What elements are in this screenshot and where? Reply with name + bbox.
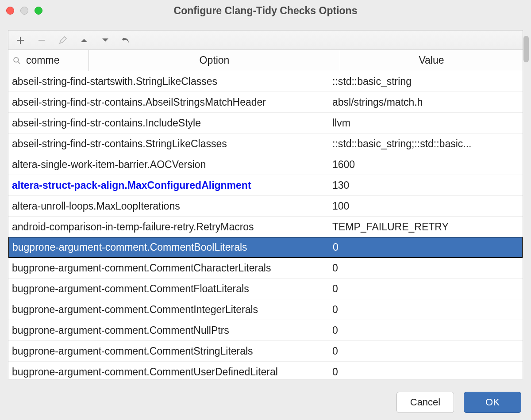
table-row[interactable]: abseil-string-find-str-contains.IncludeS… (8, 113, 523, 134)
window-controls (6, 7, 42, 15)
undo-icon (121, 36, 132, 45)
revert-button[interactable] (121, 34, 132, 46)
table-header: Option Value (8, 50, 523, 71)
add-button[interactable] (15, 34, 26, 46)
chevron-down-icon (101, 36, 110, 45)
column-header-option[interactable]: Option (89, 50, 340, 71)
cancel-button[interactable]: Cancel (396, 392, 454, 413)
table-row[interactable]: bugprone-argument-comment.CommentInteger… (8, 299, 523, 320)
option-cell: bugprone-argument-comment.CommentFloatLi… (12, 283, 329, 295)
zoom-window-button[interactable] (35, 7, 42, 15)
table-row[interactable]: abseil-string-find-str-contains.StringLi… (8, 134, 523, 154)
value-cell: TEMP_FAILURE_RETRY (329, 221, 523, 233)
pencil-icon (58, 36, 67, 45)
titlebar: Configure Clang-Tidy Checks Options (0, 0, 531, 21)
svg-point-0 (14, 57, 19, 62)
value-cell: absl/strings/match.h (329, 96, 523, 108)
search-input[interactable] (25, 54, 84, 67)
value-cell: ::std::basic_string (329, 76, 523, 88)
dialog-footer: Cancel OK (396, 392, 521, 413)
value-cell: 1600 (329, 159, 523, 171)
table-row[interactable]: bugprone-argument-comment.CommentBoolLit… (8, 237, 523, 258)
window-title: Configure Clang-Tidy Checks Options (0, 5, 531, 17)
table-row[interactable]: abseil-string-find-str-contains.AbseilSt… (8, 92, 523, 113)
option-cell: abseil-string-find-str-contains.StringLi… (12, 138, 329, 150)
chevron-up-icon (80, 36, 88, 45)
plus-icon (16, 36, 25, 45)
value-cell: 0 (329, 345, 523, 357)
value-cell: 0 (329, 366, 523, 378)
move-up-button[interactable] (78, 34, 90, 46)
minimize-window-button[interactable] (20, 7, 28, 15)
option-cell: abseil-string-find-str-contains.IncludeS… (12, 117, 329, 129)
option-cell: bugprone-argument-comment.CommentBoolLit… (12, 241, 329, 253)
value-cell: 0 (329, 241, 522, 253)
value-cell: 0 (329, 325, 523, 336)
option-cell: bugprone-argument-comment.CommentNullPtr… (12, 325, 329, 336)
options-panel: Option Value abseil-string-find-startswi… (8, 30, 523, 379)
search-cell[interactable] (8, 50, 89, 71)
close-window-button[interactable] (6, 7, 14, 15)
option-cell: altera-single-work-item-barrier.AOCVersi… (12, 159, 329, 171)
table-row[interactable]: bugprone-argument-comment.CommentNullPtr… (8, 320, 523, 341)
value-cell: 0 (329, 262, 523, 274)
option-cell: abseil-string-find-startswith.StringLike… (12, 76, 329, 88)
option-cell: altera-struct-pack-align.MaxConfiguredAl… (12, 179, 329, 191)
option-cell: abseil-string-find-str-contains.AbseilSt… (12, 96, 329, 108)
value-cell: llvm (329, 117, 523, 129)
value-cell: 0 (329, 283, 523, 295)
table-row[interactable]: bugprone-argument-comment.CommentUserDef… (8, 362, 523, 379)
column-header-value[interactable]: Value (340, 50, 523, 71)
option-cell: bugprone-argument-comment.CommentInteger… (12, 304, 329, 316)
table-body[interactable]: abseil-string-find-startswith.StringLike… (8, 71, 523, 379)
option-cell: bugprone-argument-comment.CommentStringL… (12, 345, 329, 357)
search-icon (13, 56, 21, 65)
edit-button[interactable] (57, 34, 69, 46)
move-down-button[interactable] (100, 34, 111, 46)
table-row[interactable]: altera-unroll-loops.MaxLoopIterations100 (8, 196, 523, 217)
value-cell: 100 (329, 200, 523, 212)
table-row[interactable]: altera-struct-pack-align.MaxConfiguredAl… (8, 175, 523, 196)
option-cell: android-comparison-in-temp-failure-retry… (12, 221, 329, 233)
option-cell: bugprone-argument-comment.CommentCharact… (12, 262, 329, 274)
table-row[interactable]: bugprone-argument-comment.CommentStringL… (8, 341, 523, 362)
scrollbar-thumb[interactable] (523, 36, 529, 62)
value-cell: 130 (329, 179, 523, 191)
minus-icon (37, 36, 46, 45)
value-cell: 0 (329, 304, 523, 316)
ok-button[interactable]: OK (464, 392, 521, 413)
table-toolbar (8, 31, 523, 50)
value-cell: ::std::basic_string;::std::basic... (329, 138, 523, 150)
table-row[interactable]: bugprone-argument-comment.CommentCharact… (8, 258, 523, 279)
table-row[interactable]: altera-single-work-item-barrier.AOCVersi… (8, 154, 523, 175)
option-cell: bugprone-argument-comment.CommentUserDef… (12, 366, 329, 378)
table-row[interactable]: abseil-string-find-startswith.StringLike… (8, 71, 523, 92)
option-cell: altera-unroll-loops.MaxLoopIterations (12, 200, 329, 212)
table-row[interactable]: android-comparison-in-temp-failure-retry… (8, 217, 523, 237)
remove-button[interactable] (36, 34, 47, 46)
table-row[interactable]: bugprone-argument-comment.CommentFloatLi… (8, 279, 523, 299)
